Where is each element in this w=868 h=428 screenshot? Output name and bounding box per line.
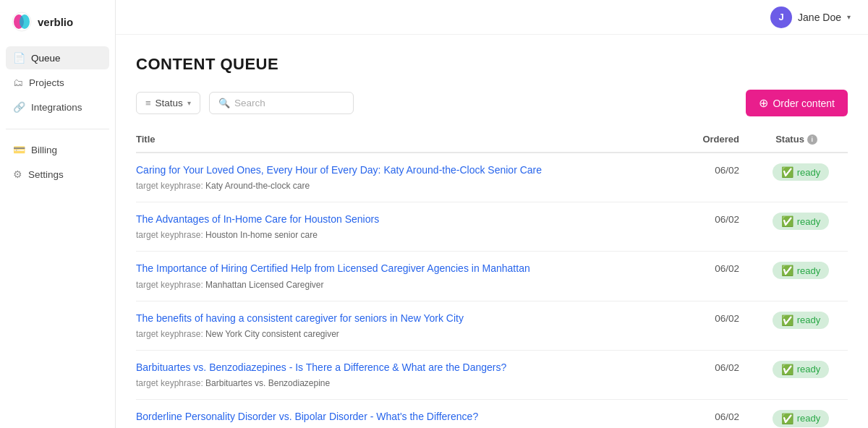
sidebar: verblio 📄 Queue 🗂 Projects 🔗 Integration… <box>0 0 116 428</box>
info-icon: i <box>807 134 817 145</box>
table-row: Barbituartes vs. Benzodiazepines - Is Th… <box>136 350 848 399</box>
item-title-link[interactable]: Borderline Personality Disorder vs. Bipo… <box>136 410 681 423</box>
main-content: Content Queue ≡ Status ▾ 🔍 Search ⊕ <box>116 35 868 428</box>
toolbar-left: ≡ Status ▾ 🔍 Search <box>136 92 354 114</box>
status-label: ready <box>797 265 821 276</box>
order-content-label: Order content <box>773 98 835 109</box>
table-cell-ordered: 06/02 <box>681 350 754 399</box>
item-keyphrase: target keyphrase: Katy Around-the-clock … <box>136 181 310 191</box>
nav-main: 📄 Queue 🗂 Projects 🔗 Integrations <box>0 46 115 120</box>
col-header-title: Title <box>136 128 681 153</box>
nav-divider <box>6 129 109 129</box>
table-cell-ordered: 06/02 <box>681 252 754 301</box>
billing-icon: 💳 <box>13 144 25 155</box>
table-row: Caring for Your Loved Ones, Every Hour o… <box>136 153 848 202</box>
sidebar-item-settings[interactable]: ⚙ Settings <box>6 163 109 186</box>
sidebar-item-integrations[interactable]: 🔗 Integrations <box>6 95 109 119</box>
item-title-link[interactable]: Caring for Your Loved Ones, Every Hour o… <box>136 163 681 176</box>
status-label: ready <box>797 314 821 325</box>
table-cell-status: ✅ ready <box>754 399 848 428</box>
check-icon: ✅ <box>781 166 793 178</box>
sidebar-item-queue-label: Queue <box>31 53 61 64</box>
col-header-status: Status i <box>754 128 848 153</box>
table-cell-ordered: 06/02 <box>681 399 754 428</box>
plus-icon: ⊕ <box>759 96 768 110</box>
projects-icon: 🗂 <box>13 77 23 88</box>
status-label: ready <box>797 216 821 227</box>
sidebar-item-projects-label: Projects <box>29 77 64 88</box>
search-button[interactable]: 🔍 Search <box>209 92 354 114</box>
sidebar-item-settings-label: Settings <box>28 169 64 180</box>
table-row: Borderline Personality Disorder vs. Bipo… <box>136 399 848 428</box>
status-label: ready <box>797 167 821 178</box>
user-menu[interactable]: J Jane Doe ▾ <box>770 7 851 28</box>
logo: verblio <box>0 12 115 46</box>
table-cell-status: ✅ ready <box>754 350 848 399</box>
table-cell-ordered: 06/02 <box>681 202 754 252</box>
check-icon: ✅ <box>781 314 793 326</box>
table-cell-title: The benefits of having a consistent care… <box>136 301 681 350</box>
content-table: Title Ordered Status i <box>136 128 848 428</box>
table-cell-title: Barbituartes vs. Benzodiazepines - Is Th… <box>136 350 681 399</box>
item-title-link[interactable]: The Advantages of In-Home Care for Houst… <box>136 213 681 226</box>
topbar: J Jane Doe ▾ <box>116 0 868 35</box>
check-icon: ✅ <box>781 265 793 276</box>
page-title: Content Queue <box>136 55 848 74</box>
item-title-link[interactable]: The benefits of having a consistent care… <box>136 312 681 325</box>
verblio-logo-icon <box>12 12 32 32</box>
integrations-icon: 🔗 <box>13 101 25 113</box>
logo-text: verblio <box>38 16 73 28</box>
status-label: ready <box>797 364 821 374</box>
item-title-link[interactable]: The Importance of Hiring Certified Help … <box>136 262 681 275</box>
status-chevron-icon: ▾ <box>187 99 191 107</box>
status-label: ready <box>797 413 821 424</box>
queue-icon: 📄 <box>13 52 25 64</box>
item-keyphrase: target keyphrase: Houston In-home senior… <box>136 230 318 240</box>
col-header-ordered: Ordered <box>681 128 754 153</box>
status-badge: ✅ ready <box>773 213 830 230</box>
item-title-link[interactable]: Barbituartes vs. Benzodiazepines - Is Th… <box>136 361 681 374</box>
sidebar-item-integrations-label: Integrations <box>31 102 82 113</box>
check-icon: ✅ <box>781 215 793 227</box>
item-keyphrase: target keyphrase: New York City consiste… <box>136 329 339 339</box>
table-cell-status: ✅ ready <box>754 202 848 252</box>
user-name: Jane Doe <box>798 12 841 23</box>
table-cell-title: The Importance of Hiring Certified Help … <box>136 252 681 301</box>
table-row: The Advantages of In-Home Care for Houst… <box>136 202 848 252</box>
table-cell-status: ✅ ready <box>754 252 848 301</box>
filter-icon: ≡ <box>145 98 151 108</box>
table-cell-ordered: 06/02 <box>681 153 754 202</box>
status-badge: ✅ ready <box>773 262 830 279</box>
check-icon: ✅ <box>781 364 793 375</box>
check-icon: ✅ <box>781 413 793 424</box>
table-row: The benefits of having a consistent care… <box>136 301 848 350</box>
user-avatar: J <box>770 7 792 28</box>
status-badge: ✅ ready <box>773 312 830 329</box>
status-badge: ✅ ready <box>773 361 830 378</box>
toolbar: ≡ Status ▾ 🔍 Search ⊕ Order content <box>136 90 848 116</box>
table-cell-status: ✅ ready <box>754 301 848 350</box>
status-filter-label: Status <box>156 98 183 108</box>
chevron-down-icon: ▾ <box>847 13 851 21</box>
item-keyphrase: target keyphrase: Manhattan Licensed Car… <box>136 280 324 290</box>
status-filter-button[interactable]: ≡ Status ▾ <box>136 92 200 114</box>
table-cell-title: The Advantages of In-Home Care for Houst… <box>136 202 681 252</box>
sidebar-item-billing[interactable]: 💳 Billing <box>6 138 109 161</box>
search-placeholder-text: Search <box>234 98 265 108</box>
sidebar-item-queue[interactable]: 📄 Queue <box>6 46 109 69</box>
table-header-row: Title Ordered Status i <box>136 128 848 153</box>
table-cell-title: Borderline Personality Disorder vs. Bipo… <box>136 399 681 428</box>
order-content-button[interactable]: ⊕ Order content <box>746 90 848 116</box>
search-icon: 🔍 <box>218 98 230 108</box>
table-cell-status: ✅ ready <box>754 153 848 202</box>
table-cell-title: Caring for Your Loved Ones, Every Hour o… <box>136 153 681 202</box>
table-row: The Importance of Hiring Certified Help … <box>136 252 848 301</box>
sidebar-item-projects[interactable]: 🗂 Projects <box>6 71 109 94</box>
svg-point-2 <box>20 14 30 29</box>
settings-icon: ⚙ <box>13 168 22 180</box>
sidebar-item-billing-label: Billing <box>31 145 57 155</box>
status-badge: ✅ ready <box>773 410 830 427</box>
table-cell-ordered: 06/02 <box>681 301 754 350</box>
nav-bottom: 💳 Billing ⚙ Settings <box>0 138 115 187</box>
status-badge: ✅ ready <box>773 163 830 181</box>
